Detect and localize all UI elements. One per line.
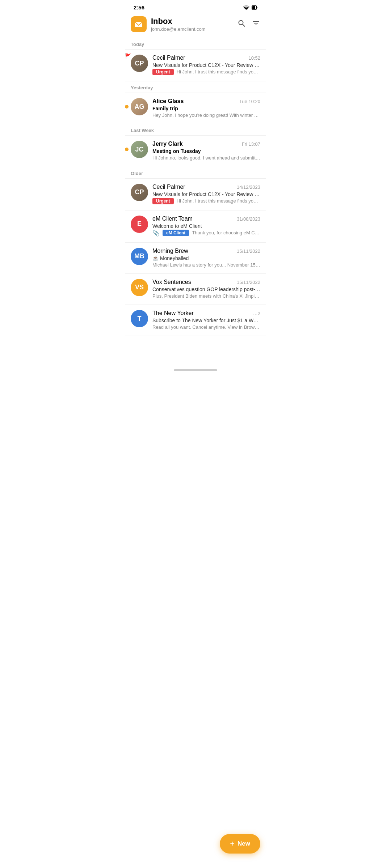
email-content-e2: Alice GlassTue 10:20Family tripHey John,… xyxy=(152,98,260,119)
email-time-e8: …2 xyxy=(253,311,260,316)
email-header-row-e2: Alice GlassTue 10:20 xyxy=(152,98,260,105)
email-preview-e8: Read all you want. Cancel anytime. View … xyxy=(152,324,260,331)
tag-row-e4: UrgentHi John, I trust this message find… xyxy=(152,198,260,204)
app-logo xyxy=(131,16,147,32)
wifi-icon xyxy=(243,5,249,10)
email-time-e3: Fri 13:07 xyxy=(242,141,260,147)
plus-icon: + xyxy=(230,840,235,848)
email-sender-e8: The New Yorker xyxy=(152,310,250,316)
email-time-e4: 14/12/2023 xyxy=(237,184,260,190)
email-sender-e7: Vox Sentences xyxy=(152,279,234,285)
email-item-e5[interactable]: EeM Client Team31/08/2023Welcome to eM C… xyxy=(125,210,266,243)
header: Inbox john.doe@e.emclient.com xyxy=(125,13,266,38)
header-text: Inbox john.doe@e.emclient.com xyxy=(151,17,233,32)
email-content-e1: Cecil Palmer10:52New Visuals for Product… xyxy=(152,55,260,76)
email-time-e2: Tue 10:20 xyxy=(239,99,260,104)
avatar-wrap-e7: VS xyxy=(131,279,148,296)
email-item-e2[interactable]: AGAlice GlassTue 10:20Family tripHey Joh… xyxy=(125,93,266,124)
avatar-wrap-e3: JC xyxy=(131,141,148,158)
email-preview-inline-e1: Hi John, I trust this message finds you … xyxy=(177,69,260,75)
header-actions xyxy=(237,19,260,30)
email-item-e3[interactable]: JCJerry ClarkFri 13:07Meeting on Tuesday… xyxy=(125,136,266,167)
email-content-e4: Cecil Palmer14/12/2023New Visuals for Pr… xyxy=(152,184,260,205)
tag-e5: eM Client xyxy=(163,230,189,236)
tag-row-e5: 📎eM ClientThank you, for choosing eM Cli… xyxy=(152,230,260,237)
search-icon[interactable] xyxy=(237,19,246,30)
avatar-wrap-e1: 🚩CP xyxy=(131,55,148,72)
avatar-wrap-e8: T xyxy=(131,310,148,327)
email-item-e1[interactable]: 🚩CPCecil Palmer10:52New Visuals for Prod… xyxy=(125,50,266,81)
email-preview-e7: Plus, President Biden meets with China's… xyxy=(152,293,260,299)
avatar-wrap-e2: AG xyxy=(131,98,148,115)
new-email-button[interactable]: + New xyxy=(220,834,260,854)
status-bar: 2:56 xyxy=(125,0,266,13)
avatar-e4: CP xyxy=(131,184,148,201)
email-header-row-e7: Vox Sentences15/11/2022 xyxy=(152,279,260,285)
avatar-e1: CP xyxy=(131,55,148,72)
email-sender-e3: Jerry Clark xyxy=(152,141,239,147)
email-header-row-e5: eM Client Team31/08/2023 xyxy=(152,216,260,222)
unread-dot-e3 xyxy=(125,148,129,151)
email-preview-inline-e4: Hi John, I trust this message finds you … xyxy=(177,198,260,204)
email-header-row-e3: Jerry ClarkFri 13:07 xyxy=(152,141,260,147)
email-sender-e5: eM Client Team xyxy=(152,216,234,222)
email-time-e6: 15/11/2022 xyxy=(237,248,260,254)
email-time-e7: 15/11/2022 xyxy=(237,280,260,285)
section-label-last-week: Last Week xyxy=(125,124,266,136)
avatar-e6: MB xyxy=(131,248,148,265)
email-item-e4[interactable]: CPCecil Palmer14/12/2023New Visuals for … xyxy=(125,179,266,210)
email-subject-e4: New Visuals for Product C12X - Your Revi… xyxy=(152,191,260,197)
email-subject-e7: Conservatives question GOP leadership po… xyxy=(152,286,260,292)
email-preview-e2: Hey John, I hope you're doing great! Wit… xyxy=(152,112,260,119)
filter-icon[interactable] xyxy=(252,19,260,30)
tag-row-e1: UrgentHi John, I trust this message find… xyxy=(152,69,260,75)
email-subject-e5: Welcome to eM Client xyxy=(152,223,260,229)
email-item-e8[interactable]: TThe New Yorker…2Subscribe to The New Yo… xyxy=(125,305,266,336)
unread-dot-e2 xyxy=(125,105,129,109)
avatar-e5: E xyxy=(131,216,148,233)
flag-icon-e1: 🚩 xyxy=(125,53,131,59)
section-label-today: Today xyxy=(125,38,266,50)
status-icons xyxy=(243,5,257,10)
bottom-bar xyxy=(125,365,266,380)
email-item-e6[interactable]: MBMorning Brew15/11/2022☕ MoneyballedMic… xyxy=(125,243,266,274)
email-subject-e8: Subscribe to The New Yorker for Just $1 … xyxy=(152,318,260,323)
email-time-e5: 31/08/2023 xyxy=(237,216,260,222)
email-subject-e6: ☕ Moneyballed xyxy=(152,255,260,261)
avatar-e3: JC xyxy=(131,141,148,158)
tag-e1: Urgent xyxy=(152,69,174,75)
email-subject-e3: Meeting on Tuesday xyxy=(152,148,260,154)
svg-point-3 xyxy=(239,21,243,25)
email-preview-e3: Hi John,no, looks good, I went ahead and… xyxy=(152,155,260,161)
email-content-e5: eM Client Team31/08/2023Welcome to eM Cl… xyxy=(152,216,260,237)
email-preview-e6: Michael Lewis has a story for you... Nov… xyxy=(152,262,260,268)
email-content-e3: Jerry ClarkFri 13:07Meeting on TuesdayHi… xyxy=(152,141,260,161)
avatar-wrap-e4: CP xyxy=(131,184,148,201)
email-content-e7: Vox Sentences15/11/2022Conservatives que… xyxy=(152,279,260,299)
avatar-e7: VS xyxy=(131,279,148,296)
email-header-row-e1: Cecil Palmer10:52 xyxy=(152,55,260,61)
status-time: 2:56 xyxy=(134,4,144,10)
fab-label: New xyxy=(237,840,250,847)
battery-icon xyxy=(252,5,257,10)
logo-icon xyxy=(134,19,144,29)
email-sender-e1: Cecil Palmer xyxy=(152,55,245,61)
avatar-e2: AG xyxy=(131,98,148,115)
tag-e4: Urgent xyxy=(152,198,174,204)
email-item-e7[interactable]: VSVox Sentences15/11/2022Conservatives q… xyxy=(125,274,266,305)
email-header-row-e4: Cecil Palmer14/12/2023 xyxy=(152,184,260,190)
svg-rect-1 xyxy=(252,6,255,9)
section-label-older: Older xyxy=(125,167,266,179)
avatar-e8: T xyxy=(131,310,148,327)
section-label-yesterday: Yesterday xyxy=(125,81,266,93)
email-preview-inline-e5: Thank you, for choosing eM Client for yo… xyxy=(192,230,260,236)
attachment-icon-e5: 📎 xyxy=(152,230,160,237)
email-subject-e2: Family trip xyxy=(152,106,260,111)
email-sender-e4: Cecil Palmer xyxy=(152,184,234,190)
email-content-e6: Morning Brew15/11/2022☕ MoneyballedMicha… xyxy=(152,248,260,268)
email-content-e8: The New Yorker…2Subscribe to The New Yor… xyxy=(152,310,260,331)
email-list: Today🚩CPCecil Palmer10:52New Visuals for… xyxy=(125,38,266,336)
email-sender-e2: Alice Glass xyxy=(152,98,236,105)
email-header-row-e6: Morning Brew15/11/2022 xyxy=(152,248,260,254)
email-subject-e1: New Visuals for Product C12X - Your Revi… xyxy=(152,62,260,68)
